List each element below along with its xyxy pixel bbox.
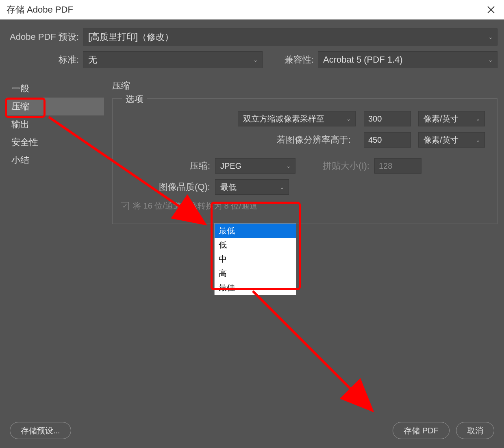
sidebar-item-output[interactable]: 输出 bbox=[7, 115, 104, 133]
fieldset-legend: 选项 bbox=[122, 93, 147, 105]
quality-option-low[interactable]: 低 bbox=[215, 238, 296, 252]
chevron-down-icon: ⌄ bbox=[476, 115, 480, 122]
quality-option-lowest[interactable]: 最低 bbox=[215, 224, 296, 238]
sidebar: 一般 压缩 输出 安全性 小结 bbox=[7, 77, 104, 224]
preset-select[interactable]: [高质里打印]（修改） ⌄ bbox=[83, 28, 497, 46]
chevron-down-icon: ⌄ bbox=[286, 163, 291, 169]
chevron-down-icon: ⌄ bbox=[476, 137, 480, 143]
compat-label: 兼容性: bbox=[273, 54, 318, 66]
downsampling-method-select[interactable]: 双立方缩减像素采样至 ⌄ bbox=[238, 111, 356, 126]
sidebar-item-compression[interactable]: 压缩 bbox=[7, 98, 104, 115]
main-panel: 压缩 选项 双立方缩减像素采样至 ⌄ 像素/英寸 ⌄ 若图像分辨率高于 bbox=[104, 77, 497, 224]
convert-checkbox-label: 将 16 位/通道图像转换为 8 位/通道 bbox=[133, 200, 258, 211]
compat-select[interactable]: Acrobat 5 (PDF 1.4) ⌄ bbox=[318, 51, 497, 68]
threshold-unit-value: 像素/英寸 bbox=[424, 135, 458, 146]
titlebar: 存储 Adobe PDF bbox=[0, 0, 504, 20]
footer: 存储预设... 存储 PDF 取消 bbox=[0, 422, 504, 439]
downsampling-method-value: 双立方缩减像素采样至 bbox=[243, 113, 324, 124]
options-fieldset: 选项 双立方缩减像素采样至 ⌄ 像素/英寸 ⌄ 若图像分辨率高于: bbox=[112, 98, 497, 224]
dialog-body: Adobe PDF 预设: [高质里打印]（修改） ⌄ 标准: 无 ⌄ 兼容性:… bbox=[0, 20, 504, 448]
quality-option-best[interactable]: 最佳 bbox=[215, 281, 296, 295]
sidebar-item-general[interactable]: 一般 bbox=[7, 80, 104, 98]
quality-option-medium[interactable]: 中 bbox=[215, 252, 296, 266]
downsampling-value-input[interactable] bbox=[364, 111, 411, 126]
preset-value: [高质里打印]（修改） bbox=[88, 31, 174, 43]
downsampling-unit-value: 像素/英寸 bbox=[424, 113, 458, 124]
threshold-value-input[interactable] bbox=[364, 132, 411, 148]
standard-label: 标准: bbox=[7, 54, 83, 66]
compat-value: Acrobat 5 (PDF 1.4) bbox=[323, 54, 403, 65]
save-pdf-button[interactable]: 存储 PDF bbox=[393, 422, 450, 439]
quality-value: 最低 bbox=[220, 182, 237, 193]
compression-value: JPEG bbox=[220, 161, 241, 171]
chevron-down-icon: ⌄ bbox=[488, 34, 493, 40]
quality-select[interactable]: 最低 ⌄ bbox=[215, 179, 289, 195]
standard-select[interactable]: 无 ⌄ bbox=[83, 51, 263, 68]
quality-dropdown-list[interactable]: 最低 低 中 高 最佳 bbox=[214, 223, 296, 295]
convert-checkbox-row[interactable]: ✓ 将 16 位/通道图像转换为 8 位/通道 bbox=[121, 200, 489, 211]
sidebar-item-summary[interactable]: 小结 bbox=[7, 151, 104, 169]
chevron-down-icon: ⌄ bbox=[253, 57, 258, 63]
chevron-down-icon: ⌄ bbox=[488, 57, 493, 63]
checkbox-icon[interactable]: ✓ bbox=[121, 202, 129, 210]
downsampling-unit-select[interactable]: 像素/英寸 ⌄ bbox=[418, 111, 485, 126]
cancel-button[interactable]: 取消 bbox=[456, 422, 494, 439]
threshold-label: 若图像分辨率高于: bbox=[238, 134, 356, 146]
section-title: 压缩 bbox=[112, 80, 497, 92]
threshold-unit-select[interactable]: 像素/英寸 ⌄ bbox=[418, 132, 485, 148]
compression-label: 压缩: bbox=[121, 160, 215, 172]
quality-option-high[interactable]: 高 bbox=[215, 266, 296, 281]
save-preset-button[interactable]: 存储预设... bbox=[10, 422, 71, 439]
close-icon[interactable] bbox=[484, 3, 497, 16]
standard-value: 无 bbox=[88, 54, 97, 66]
top-controls: Adobe PDF 预设: [高质里打印]（修改） ⌄ 标准: 无 ⌄ 兼容性:… bbox=[0, 20, 504, 77]
dialog-title: 存储 Adobe PDF bbox=[7, 4, 484, 16]
compression-select[interactable]: JPEG ⌄ bbox=[215, 158, 295, 174]
sidebar-item-security[interactable]: 安全性 bbox=[7, 133, 104, 151]
quality-label: 图像品质(Q): bbox=[121, 181, 215, 193]
tilesize-input bbox=[374, 158, 421, 174]
chevron-down-icon: ⌄ bbox=[280, 184, 285, 190]
tilesize-label: 拼贴大小(I): bbox=[295, 160, 374, 172]
chevron-down-icon: ⌄ bbox=[346, 115, 351, 122]
lower-area: 一般 压缩 输出 安全性 小结 压缩 选项 双立方缩减像素采样至 ⌄ 像素/英寸 bbox=[0, 77, 504, 224]
preset-label: Adobe PDF 预设: bbox=[7, 31, 83, 43]
